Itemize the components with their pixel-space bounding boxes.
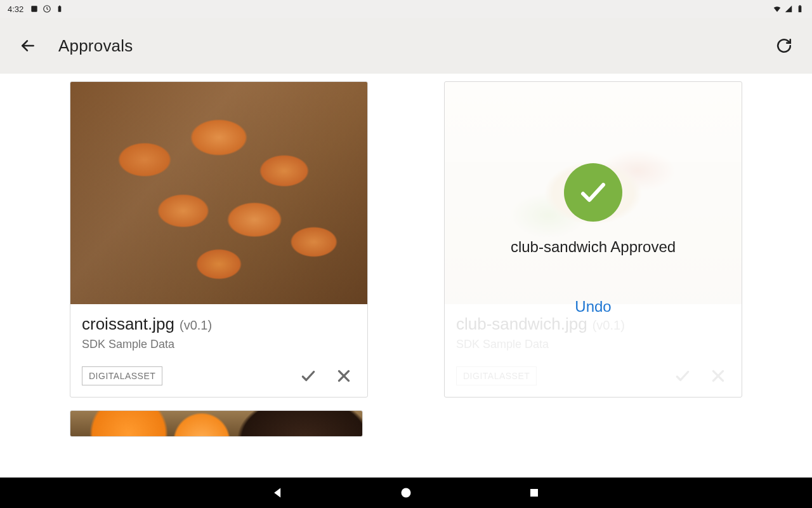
refresh-icon [776,37,792,54]
approval-card-peek[interactable] [70,410,363,437]
status-icon-app [30,4,39,13]
card-body: croissant.jpg (v0.1) SDK Sample Data DIG… [70,304,367,397]
signal-icon [784,4,793,13]
approved-overlay: club-sandwich Approved Undo [445,82,742,397]
close-icon [336,368,352,384]
check-icon [300,367,317,385]
refresh-button[interactable] [775,37,793,55]
asset-tag: DIGITALASSET [82,366,162,385]
back-button[interactable] [19,37,37,55]
svg-point-11 [402,488,411,498]
nav-back-icon [272,486,284,499]
approve-button[interactable] [300,368,317,384]
approval-card[interactable]: croissant.jpg (v0.1) SDK Sample Data DIG… [70,81,368,398]
card-version: (v0.1) [180,318,212,333]
status-icon-battery-small [55,4,64,13]
nav-home-button[interactable] [399,486,413,500]
approved-check-badge [564,163,622,222]
approvals-grid: croissant.jpg (v0.1) SDK Sample Data DIG… [0,74,812,398]
card-subtitle: SDK Sample Data [82,338,356,351]
approved-message: club-sandwich Approved [511,238,676,256]
nav-home-icon [400,486,412,499]
reject-button[interactable] [336,368,352,384]
page-title: Approvals [58,36,133,56]
svg-rect-4 [799,6,802,12]
check-icon [578,177,608,208]
svg-rect-2 [58,6,62,12]
nav-back-button[interactable] [271,486,285,500]
undo-button[interactable]: Undo [575,298,611,316]
svg-rect-3 [59,6,60,6]
card-filename: croissant.jpg [82,314,174,334]
status-time: 4:32 [8,4,23,14]
battery-icon [796,4,804,13]
nav-recent-button[interactable] [527,486,541,500]
status-icon-clock [43,4,51,13]
card-image [70,82,367,304]
android-status-bar: 4:32 [0,0,812,18]
nav-recent-icon [528,487,540,498]
arrow-left-icon [20,37,36,54]
svg-rect-5 [799,5,801,6]
svg-rect-0 [32,6,37,11]
approval-card[interactable]: club-sandwich.jpg (v0.1) SDK Sample Data… [444,81,742,398]
app-bar: Approvals [0,18,812,74]
svg-rect-12 [530,489,538,497]
android-nav-bar [0,478,812,508]
wifi-icon [773,4,782,13]
